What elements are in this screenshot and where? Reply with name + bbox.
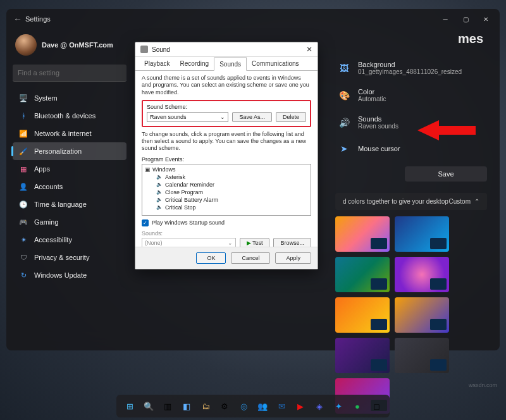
cancel-button[interactable]: Cancel: [231, 252, 270, 264]
theme-thumb[interactable]: [335, 338, 390, 373]
program-event-item[interactable]: 🔈Close Program: [145, 188, 308, 196]
sidebar-item-label: Network & internet: [34, 130, 91, 137]
nav-icon: 🖥️: [19, 94, 28, 102]
sound-dialog-icon: [140, 46, 148, 53]
taskbar: ⊞ 🔍 ▥ ◧ 🗂 ⚙ ◎ 👥 ✉ ▶ ◈ ✦ ● ◻: [116, 395, 390, 417]
theme-thumb[interactable]: [395, 216, 449, 252]
sidebar-item-label: Accessibility: [34, 236, 72, 244]
edge-icon[interactable]: ◎: [235, 398, 252, 414]
theme-thumb[interactable]: [335, 257, 390, 292]
sidebar-item-windows-update[interactable]: ↻Windows Update: [13, 266, 126, 284]
save-button[interactable]: Save: [405, 166, 487, 182]
ok-button[interactable]: OK: [196, 252, 226, 264]
nav-icon: 📶: [19, 129, 28, 138]
program-events-list[interactable]: ▣Windows 🔈Asterisk🔈Calendar Reminder🔈Clo…: [142, 164, 311, 216]
sidebar-item-accounts[interactable]: 👤Accounts: [13, 178, 126, 195]
sidebar-item-label: Personalization: [34, 147, 82, 155]
sidebar-item-apps[interactable]: ▦Apps: [13, 160, 126, 178]
discord-icon[interactable]: ◈: [311, 398, 328, 414]
theme-description-row[interactable]: d colors together to give your desktop C…: [335, 193, 487, 210]
program-event-item[interactable]: 🔈Critical Battery Alarm: [145, 196, 308, 204]
tab-recording[interactable]: Recording: [175, 57, 214, 70]
search-icon[interactable]: 🔍: [140, 398, 157, 414]
palette-icon: 🎨: [338, 89, 350, 102]
widgets-icon[interactable]: ◧: [178, 398, 195, 414]
sound-scheme-group: Sound Scheme: Raven sounds⌄ Save As... D…: [142, 100, 311, 127]
tab-playback[interactable]: Playback: [139, 57, 175, 70]
dialog-titlebar: Sound ✕: [135, 42, 318, 57]
themes-background-row[interactable]: 🖼 Background01_gettyimages_488111026_res…: [335, 54, 487, 82]
task-view-icon[interactable]: ▥: [159, 398, 176, 414]
sidebar-item-accessibility[interactable]: ✴Accessibility: [13, 231, 126, 249]
themes-color-row[interactable]: 🎨 ColorAutomatic: [335, 82, 487, 109]
outlook-icon[interactable]: ✉: [273, 398, 290, 414]
sidebar-item-time-language[interactable]: 🕒Time & language: [13, 195, 126, 213]
sidebar-item-personalization[interactable]: 🖌️Personalization: [13, 142, 126, 160]
page-title: mes: [458, 32, 483, 46]
dialog-close-button[interactable]: ✕: [306, 45, 312, 54]
help-text: To change sounds, click a program event …: [142, 131, 311, 152]
program-event-item[interactable]: 🔈Asterisk: [145, 173, 308, 181]
sidebar-item-label: Bluetooth & devices: [34, 112, 96, 120]
theme-thumb[interactable]: [395, 297, 449, 333]
sidebar-item-label: Time & language: [34, 201, 87, 208]
sound-dialog: Sound ✕ PlaybackRecordingSoundsCommunica…: [135, 42, 318, 269]
chevron-up-icon: ⌃: [474, 198, 479, 205]
sound-scheme-select[interactable]: Raven sounds⌄: [147, 112, 228, 122]
program-event-item[interactable]: 🔈Calendar Reminder: [145, 181, 308, 188]
dialog-tabs: PlaybackRecordingSoundsCommunications: [135, 57, 318, 71]
spotify-icon[interactable]: ●: [349, 398, 366, 414]
sidebar-item-network-internet[interactable]: 📶Network & internet: [13, 125, 126, 142]
speaker-icon: 🔊: [338, 116, 350, 129]
sidebar: Dave @ OnMSFT.com 🖥️SystemᚼBluetooth & d…: [6, 29, 133, 350]
speaker-icon: 🔈: [156, 174, 163, 180]
window-title: Settings: [25, 15, 51, 23]
nav-icon: ▦: [19, 164, 28, 173]
chevron-down-icon: ⌄: [228, 240, 233, 246]
back-button[interactable]: ←: [10, 14, 25, 24]
user-profile[interactable]: Dave @ OnMSFT.com: [13, 34, 126, 56]
save-as-button[interactable]: Save As...: [232, 112, 272, 122]
chevron-down-icon: ⌄: [220, 114, 225, 120]
startup-sound-checkbox[interactable]: ✓ Play Windows Startup sound: [142, 219, 311, 226]
checkbox-icon: ✓: [142, 219, 149, 226]
speaker-icon: 🔈: [156, 189, 163, 195]
theme-thumb[interactable]: [335, 216, 390, 252]
close-button[interactable]: ✕: [476, 11, 496, 27]
program-event-item[interactable]: 🔈Critical Stop: [145, 204, 308, 211]
themes-mouse-row[interactable]: ➤ Mouse cursor: [335, 136, 487, 161]
speaker-icon: 🔈: [156, 197, 163, 202]
tab-communications[interactable]: Communications: [247, 57, 304, 70]
sidebar-item-label: Apps: [34, 165, 50, 173]
sidebar-item-bluetooth-devices[interactable]: ᚼBluetooth & devices: [13, 107, 126, 125]
search-input[interactable]: [13, 65, 126, 82]
nav-icon: 🎮: [19, 218, 28, 226]
delete-button[interactable]: Delete: [276, 112, 306, 122]
nav-icon: 🕒: [19, 200, 28, 209]
start-button[interactable]: ⊞: [121, 398, 138, 414]
teams-icon[interactable]: 👥: [254, 398, 271, 414]
nav-icon: ᚼ: [19, 111, 28, 120]
theme-thumb[interactable]: [335, 297, 390, 333]
apply-button[interactable]: Apply: [275, 252, 311, 264]
minimize-button[interactable]: ─: [435, 11, 455, 27]
sidebar-item-system[interactable]: 🖥️System: [13, 89, 126, 107]
tab-sounds[interactable]: Sounds: [214, 57, 247, 71]
explorer-icon[interactable]: 🗂: [197, 398, 214, 414]
settings-icon[interactable]: ⚙: [216, 398, 233, 414]
theme-thumb[interactable]: [395, 257, 449, 292]
sidebar-item-gaming[interactable]: 🎮Gaming: [13, 213, 126, 231]
cursor-icon: ➤: [338, 142, 350, 155]
twitter-icon[interactable]: ✦: [330, 398, 347, 414]
maximize-button[interactable]: ▢: [455, 11, 476, 27]
sidebar-item-privacy-security[interactable]: 🛡Privacy & security: [13, 249, 126, 266]
play-icon[interactable]: ▶: [292, 398, 309, 414]
theme-thumb[interactable]: [395, 338, 449, 373]
nav-icon: 🛡: [19, 253, 28, 262]
nav-icon: 🖌️: [19, 147, 28, 156]
app-icon[interactable]: ◻: [368, 398, 385, 414]
sidebar-item-label: Gaming: [34, 218, 59, 226]
help-text: A sound theme is a set of sounds applied…: [142, 75, 311, 96]
speaker-icon: 🔈: [156, 204, 163, 210]
speaker-icon: 🔈: [156, 182, 163, 187]
